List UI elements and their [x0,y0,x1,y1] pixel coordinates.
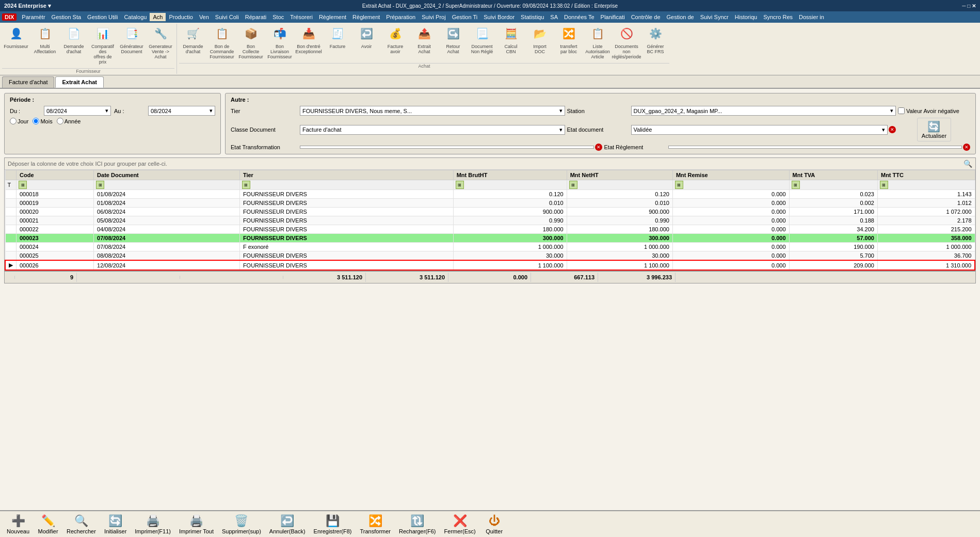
etat-transfo-clear[interactable]: ✕ [595,144,602,151]
menu-item-catalogu[interactable]: Catalogu [121,13,150,21]
au-input[interactable]: 08/2024 ▾ [148,106,215,116]
actualiser-button[interactable]: 🔄 Actualiser [917,118,951,141]
filter-cell-remise[interactable]: ⊞ [672,180,789,190]
toolbar-btn-facture[interactable]: 🧾Facture [324,24,351,51]
menu-item-suiviproj[interactable]: Suivi Proj [419,13,448,21]
menu-item-donnéeste[interactable]: Données Te [561,13,598,21]
toolbar-btn-extraitachat[interactable]: 📤ExtraitAchat [410,24,438,56]
menu-item-gestionutili[interactable]: Gestion Utili [84,13,121,21]
table-row[interactable]: 00002105/08/2024FOURNISSEUR DIVERS0.9900… [5,216,975,225]
toolbar-btn-bond'entréex[interactable]: 📥Bon d'entréExceptionnel [295,24,323,56]
toolbar-btn-bondecommand[interactable]: 📋Bon de CommandeFournisseur [208,24,236,61]
app-logo[interactable]: DIX [2,13,17,21]
toolbar-btn-générerbcfrs[interactable]: ⚙️GénérerBC FRS [641,24,669,56]
toolbar-btn-générateurdo[interactable]: 📑GénérateurDocument [118,24,146,56]
bottom-btn-quitter[interactable]: ⏻Quitter [481,513,507,536]
toolbar-btn-documentnonr[interactable]: 📃DocumentNon Réglé [468,24,496,56]
col-header-ttc[interactable]: Mnt TTC [877,170,975,180]
toolbar-btn-demanded'ach[interactable]: 🛒Demanded'achat [179,24,207,56]
menu-item-syncrores[interactable]: Syncro Res [760,13,796,21]
menu-item-planificati[interactable]: Planificati [598,13,628,21]
menu-item-ach[interactable]: Ach [150,13,166,21]
bottom-btn-initialiser[interactable]: 🔄Initialiser [102,513,129,536]
etat-transfo-input[interactable] [300,146,594,149]
radio-jour[interactable]: Jour [10,118,28,124]
bottom-btn-fermeresc[interactable]: ❌Fermer(Esc) [442,513,478,536]
col-header-brut[interactable]: Mnt BrutHT [453,170,567,180]
menu-item-règlement[interactable]: Règlement [316,13,349,21]
menu-item-stoc[interactable]: Stoc [269,13,287,21]
bottom-btn-rechercher[interactable]: 🔍Rechercher [64,513,99,536]
bottom-btn-transformer[interactable]: 🔀Transformer [358,513,394,536]
col-header-tier[interactable]: Tier [239,170,453,180]
toolbar-btn-documentsnon[interactable]: 🚫Documents nonréglés/periode [613,24,640,61]
tab-extrait-achat[interactable]: Extrait Achat [55,76,103,88]
col-header-date[interactable]: Date Document [94,170,240,180]
menu-item-gestionde[interactable]: Gestion de [664,13,697,21]
tier-input[interactable]: FOURNISSEUR DIVERS, Nous meme, S... ▾ [300,106,565,116]
filter-cell-tier[interactable]: ⊞ [239,180,453,190]
grid-scroll[interactable]: Code Date Document Tier Mnt BrutHT Mnt N… [5,170,975,271]
menu-item-gestionti[interactable]: Gestion Ti [449,13,481,21]
filter-cell-tva[interactable]: ⊞ [789,180,877,190]
bottom-btn-modifier[interactable]: ✏️Modifier [35,513,61,536]
etat-doc-input[interactable]: Validée ▾ [631,125,888,135]
toolbar-btn-transfertpar[interactable]: 🔀transfertpar bloc [555,24,583,56]
menu-item-préparation[interactable]: Préparation [383,13,419,21]
etat-doc-clear[interactable]: ✕ [889,126,896,133]
bottom-btn-annulerback[interactable]: ↩️Annuler(Back) [267,513,308,536]
search-icon[interactable]: 🔍 [963,160,972,168]
table-row[interactable]: ▶00002612/08/2024FOURNISSEUR DIVERS1 100… [5,260,975,270]
menu-item-paramètr[interactable]: Paramètr [19,13,48,21]
toolbar-btn-calculcbn[interactable]: 🧮CalculCBN [497,24,525,56]
table-row[interactable]: 00002407/08/2024F exonoré1 000.0001 000.… [5,243,975,251]
table-row[interactable]: 00002204/08/2024FOURNISSEUR DIVERS180.00… [5,225,975,234]
classe-doc-input[interactable]: Facture d'achat ▾ [300,125,565,135]
filter-cell-date[interactable]: ⊞ [94,180,240,190]
bottom-btn-nouveau[interactable]: ➕Nouveau [4,513,32,536]
menu-item-suivisyncr[interactable]: Suivi Syncr [697,13,732,21]
menu-item-réparati[interactable]: Réparati [242,13,270,21]
valeur-avoir-checkbox[interactable]: Valeur Avoir négative [898,107,970,114]
toolbar-btn-retourachat[interactable]: ↪️RetourAchat [439,24,467,56]
toolbar-btn-factureavoir[interactable]: 💰Factureavoir [381,24,409,56]
menu-item-contrôlede[interactable]: Contrôle de [628,13,664,21]
du-input[interactable]: 08/2024 ▾ [44,106,111,116]
table-row[interactable]: 00002307/08/2024FOURNISSEUR DIVERS300.00… [5,234,975,243]
filter-cell-code[interactable]: ⊞ [17,180,94,190]
menu-item-suivicoli[interactable]: Suivi Coli [212,13,242,21]
menu-item-sa[interactable]: SA [547,13,561,21]
filter-cell-brut[interactable]: ⊞ [453,180,567,190]
table-row[interactable]: 00001801/08/2024FOURNISSEUR DIVERS0.1200… [5,190,975,199]
toolbar-btn-multiaffecta[interactable]: 📋MultiAffectation [31,24,59,56]
etat-reglement-input[interactable] [668,146,962,149]
bottom-btn-supprimersup[interactable]: 🗑️Supprimer(sup) [219,513,264,536]
menu-item-productio[interactable]: Productio [166,13,196,21]
toolbar-btn-fournisseur[interactable]: 👤Fournisseur [2,24,30,51]
bottom-btn-enregistrerf[interactable]: 💾Enregistrer(F8) [311,513,355,536]
menu-item-dossierin[interactable]: Dossier in [796,13,827,21]
table-row[interactable]: 00002508/08/2024FOURNISSEUR DIVERS30.000… [5,251,975,261]
toolbar-btn-boncollectef[interactable]: 📦Bon CollecteFournisseur [237,24,265,61]
menu-item-statistiqu[interactable]: Statistiqu [518,13,547,21]
tab-facture-d'achat[interactable]: Facture d'achat [2,76,54,88]
table-row[interactable]: 00002006/08/2024FOURNISSEUR DIVERS900.00… [5,208,975,216]
menu-item-gestionsta[interactable]: Gestion Sta [49,13,84,21]
toolbar-btn-demanded'ach[interactable]: 📄Demanded'achat [60,24,88,56]
menu-item-historiqu[interactable]: Historiqu [732,13,760,21]
menu-item-suivibordor[interactable]: Suivi Bordor [480,13,518,21]
radio-mois[interactable]: Mois [33,118,52,124]
bottom-btn-imprimerf11[interactable]: 🖨️Imprimer(F11) [132,513,173,536]
radio-annee[interactable]: Année [57,118,81,124]
bottom-btn-rechargerf6[interactable]: 🔃Recharger(F6) [396,513,439,536]
col-header-remise[interactable]: Mnt Remise [672,170,789,180]
menu-item-règlement[interactable]: Règlement [349,13,383,21]
menu-item-ven[interactable]: Ven [196,13,212,21]
menu-item-trésoreri[interactable]: Trésoreri [287,13,316,21]
filter-cell-net[interactable]: ⊞ [567,180,672,190]
toolbar-btn-bonlivraison[interactable]: 📬Bon LivraisonFournisseur [266,24,294,61]
toolbar-btn-listeautoris[interactable]: 📋Liste AutorisationArticle [584,24,612,61]
toolbar-btn-avoir[interactable]: ↩️Avoir [352,24,380,51]
etat-reglement-clear[interactable]: ✕ [963,144,970,151]
col-header-code[interactable]: Code [17,170,94,180]
